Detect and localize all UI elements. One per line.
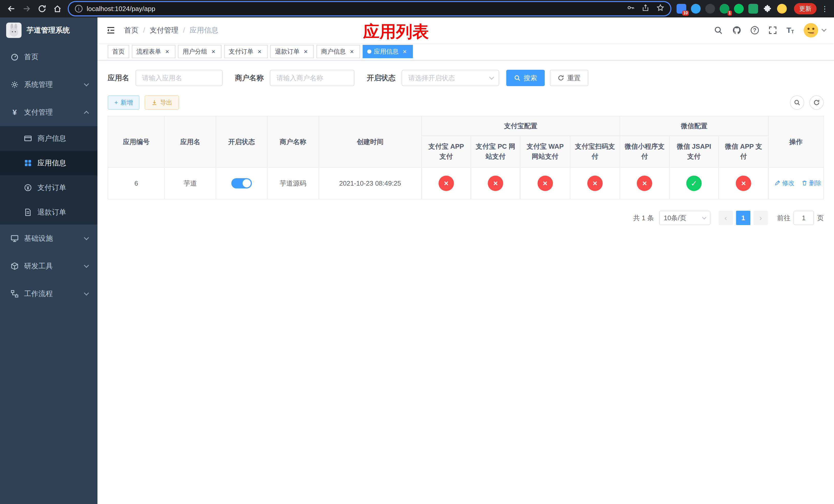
- merchant-name-input[interactable]: [270, 70, 354, 86]
- total-count: 共 1 条: [633, 213, 654, 223]
- reset-button[interactable]: 重置: [550, 70, 588, 86]
- navbar-actions: ? TT: [714, 23, 826, 38]
- sidebar-item-pay-order[interactable]: 支付订单: [0, 175, 97, 200]
- top-navbar: 首页 / 支付管理 / 应用信息 ? TT: [97, 18, 834, 43]
- tag-user-group[interactable]: 用户分组×: [178, 45, 222, 58]
- close-icon[interactable]: ×: [348, 48, 355, 55]
- col-header-wx-jsapi: 微信 JSAPI 支付: [670, 136, 719, 167]
- password-key-icon[interactable]: [627, 4, 635, 14]
- close-icon[interactable]: ×: [210, 48, 217, 55]
- browser-update-button[interactable]: 更新: [794, 3, 816, 14]
- extension-wechat-icon[interactable]: [734, 4, 744, 14]
- sidebar-collapse-icon[interactable]: [106, 25, 116, 36]
- font-size-icon[interactable]: TT: [787, 26, 794, 34]
- plus-icon: +: [114, 99, 118, 106]
- browser-toolbar: i localhost:1024/pay/app 10 1 更新 ⋮: [0, 0, 834, 18]
- status-toggle[interactable]: [231, 178, 252, 188]
- address-bar[interactable]: i localhost:1024/pay/app: [69, 2, 671, 15]
- toggle-search-button[interactable]: [790, 95, 804, 110]
- fullscreen-icon[interactable]: [768, 26, 777, 35]
- extension-green-square-icon[interactable]: [748, 4, 758, 14]
- help-icon[interactable]: ?: [751, 26, 759, 35]
- table-row: 6 芋道 芋道源码 2021-10-23 08:49:25 × × × × ×: [108, 167, 824, 199]
- edit-label: 修改: [782, 179, 794, 187]
- close-icon[interactable]: ×: [163, 48, 171, 55]
- tag-label: 退款订单: [275, 47, 300, 55]
- refresh-table-button[interactable]: [809, 95, 824, 110]
- sidebar-item-label: 基础设施: [24, 233, 53, 243]
- pencil-icon: [774, 180, 781, 186]
- goto-page-input[interactable]: [793, 211, 814, 225]
- add-button[interactable]: + 新增: [108, 95, 139, 110]
- breadcrumb-payment[interactable]: 支付管理: [150, 25, 178, 35]
- dashboard-icon: [10, 52, 19, 61]
- breadcrumb-separator: /: [143, 26, 145, 35]
- chevron-down-icon: [821, 27, 827, 32]
- sidebar-item-system[interactable]: 系统管理: [0, 71, 97, 98]
- sidebar-item-label: 支付管理: [24, 108, 53, 117]
- tag-merchant-info[interactable]: 商户信息×: [316, 45, 360, 58]
- edit-link[interactable]: 修改: [774, 179, 794, 187]
- close-icon[interactable]: ×: [256, 48, 263, 55]
- sidebar-item-devtools[interactable]: 研发工具: [0, 252, 97, 280]
- sidebar-item-home[interactable]: 首页: [0, 43, 97, 71]
- browser-menu-icon[interactable]: ⋮: [820, 5, 830, 13]
- add-button-label: 新增: [120, 98, 133, 107]
- extensions-puzzle-icon[interactable]: [763, 4, 772, 14]
- delete-link[interactable]: 删除: [802, 179, 821, 187]
- share-icon[interactable]: [642, 4, 649, 14]
- bookmark-star-icon[interactable]: [657, 4, 664, 14]
- extension-blue-icon[interactable]: 10: [677, 4, 686, 14]
- prev-page-button[interactable]: ‹: [719, 211, 733, 225]
- tag-app-info-active[interactable]: 应用信息×: [363, 45, 413, 58]
- search-button[interactable]: 搜索: [506, 70, 545, 86]
- status-select[interactable]: 请选择开启状态: [402, 70, 499, 86]
- site-info-icon[interactable]: i: [75, 5, 83, 13]
- close-icon[interactable]: ×: [401, 48, 408, 55]
- browser-back-icon[interactable]: [4, 2, 19, 16]
- browser-home-icon[interactable]: [50, 2, 65, 16]
- toggle-knob: [243, 179, 251, 187]
- sidebar-item-refund-order[interactable]: 退款订单: [0, 200, 97, 225]
- main-area: 应用列表 首页 / 支付管理 / 应用信息 ? TT: [97, 18, 834, 504]
- app-name-input[interactable]: [135, 70, 223, 86]
- col-header-wx-mini: 微信小程序支付: [620, 136, 669, 167]
- user-avatar[interactable]: [803, 23, 826, 38]
- sidebar-item-workflow[interactable]: 工作流程: [0, 280, 97, 307]
- profile-avatar-icon[interactable]: [777, 4, 787, 14]
- extensions-row: 10 1: [677, 4, 787, 14]
- logo-avatar: [6, 23, 22, 38]
- browser-reload-icon[interactable]: [35, 2, 49, 16]
- tag-pay-order[interactable]: 支付订单×: [224, 45, 268, 58]
- breadcrumb-home[interactable]: 首页: [124, 25, 138, 35]
- sidebar-item-merchant-info[interactable]: 商户信息: [0, 126, 97, 151]
- export-button[interactable]: 导出: [145, 95, 179, 110]
- url-text: localhost:1024/pay/app: [87, 5, 155, 13]
- extension-dark-icon[interactable]: [705, 4, 715, 14]
- page-size-select[interactable]: 10条/页: [659, 211, 710, 225]
- app-name-label: 应用名: [108, 73, 129, 83]
- tag-refund-order[interactable]: 退款订单×: [270, 45, 314, 58]
- browser-forward-icon[interactable]: [20, 2, 34, 16]
- sidebar-item-app-info[interactable]: 应用信息: [0, 151, 97, 175]
- sidebar-item-payment[interactable]: ¥ 支付管理: [0, 98, 97, 126]
- search-button-label: 搜索: [524, 74, 537, 83]
- search-icon[interactable]: [714, 26, 723, 35]
- tag-label: 商户信息: [321, 47, 346, 55]
- sidebar-item-label: 首页: [24, 52, 39, 62]
- tag-home[interactable]: 首页: [108, 45, 129, 58]
- pagination: 共 1 条 10条/页 ‹ 1 › 前往 页: [108, 211, 824, 225]
- sidebar-logo[interactable]: 芋道管理系统: [0, 18, 97, 43]
- next-page-button[interactable]: ›: [753, 211, 768, 225]
- alipay-app-status-icon: ×: [439, 176, 454, 191]
- screen: i localhost:1024/pay/app 10 1 更新 ⋮: [0, 0, 834, 504]
- extension-green-badge-icon[interactable]: 1: [720, 4, 729, 14]
- sidebar-item-infra[interactable]: 基础设施: [0, 225, 97, 252]
- chevron-down-icon: [84, 81, 89, 86]
- tag-process-form[interactable]: 流程表单×: [132, 45, 175, 58]
- page-1-button[interactable]: 1: [736, 211, 750, 225]
- close-icon[interactable]: ×: [302, 48, 309, 55]
- github-icon[interactable]: [732, 26, 741, 35]
- extension-drop-icon[interactable]: [691, 4, 701, 14]
- search-form: 应用名 商户名称 开启状态 请选择开启状态 搜索: [108, 70, 824, 86]
